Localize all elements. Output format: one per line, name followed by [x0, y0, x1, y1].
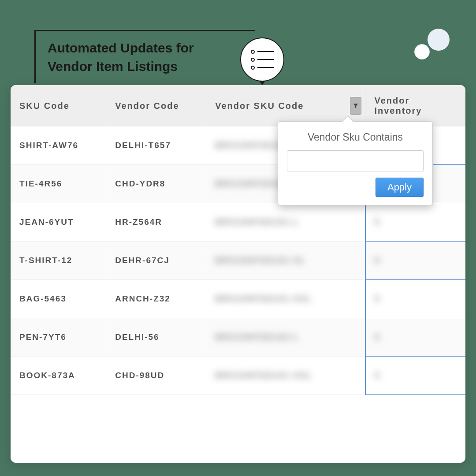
cell-sku: T-SHIRT-12 — [11, 242, 106, 280]
header-inventory[interactable]: Vendor Inventory — [365, 85, 465, 126]
cell-vendor: ARNCH-Z32 — [106, 280, 206, 318]
cell-vendor: DELHI-T657 — [106, 126, 206, 165]
cell-inventory: 5 — [365, 357, 465, 395]
header-vendor-sku[interactable]: Vendor SKU Code — [206, 85, 365, 126]
cell-vendor-sku: BRX10HFSD101-XL — [206, 242, 365, 280]
table-row[interactable]: JEAN-6YUTHR-Z564RBRX10HFSD101-L5 — [11, 203, 465, 242]
cell-vendor: DEHR-67CJ — [106, 242, 206, 280]
cell-vendor: DELHI-56 — [106, 318, 206, 357]
bubble-small — [414, 44, 430, 60]
cell-vendor-sku: BRX10HFSD101-XXL — [206, 280, 365, 318]
filter-input[interactable] — [287, 150, 424, 171]
cell-sku: TIE-4R56 — [11, 165, 106, 203]
filter-button[interactable] — [350, 97, 361, 115]
cell-vendor: CHD-98UD — [106, 357, 206, 395]
table-row[interactable]: T-SHIRT-12DEHR-67CJBRX10HFSD101-XL5 — [11, 242, 465, 280]
bubble-large — [428, 29, 450, 51]
funnel-icon — [353, 103, 359, 109]
table-row[interactable]: BAG-5463ARNCH-Z32BRX10HFSD101-XXL5 — [11, 280, 465, 318]
cell-sku: JEAN-6YUT — [11, 203, 106, 242]
cell-vendor-sku: BRX10HFSD102-L — [206, 318, 365, 357]
cell-inventory: 5 — [365, 242, 465, 280]
list-badge-icon — [240, 37, 284, 82]
filter-popup: Vendor Sku Contains Apply — [278, 121, 433, 205]
table-header-row: SKU Code Vendor Code Vendor SKU Code Ven… — [11, 85, 465, 126]
apply-button[interactable]: Apply — [376, 178, 424, 197]
cell-sku: BOOK-873A — [11, 357, 106, 395]
cell-inventory: 5 — [365, 280, 465, 318]
cell-vendor: HR-Z564R — [106, 203, 206, 242]
popup-arrow — [342, 116, 353, 122]
header-sku[interactable]: SKU Code — [11, 85, 106, 126]
table-row[interactable]: BOOK-873ACHD-98UDBRX10HFSD101-XXL5 — [11, 357, 465, 395]
cell-sku: BAG-5463 — [11, 280, 106, 318]
page-title: Automated Updates for Vendor Item Listin… — [48, 39, 237, 76]
cell-sku: PEN-7YT6 — [11, 318, 106, 357]
header-vendor[interactable]: Vendor Code — [106, 85, 206, 126]
cell-sku: SHIRT-AW76 — [11, 126, 106, 165]
table-row[interactable]: PEN-7YT6DELHI-56BRX10HFSD102-L5 — [11, 318, 465, 357]
filter-label: Vendor Sku Contains — [287, 131, 424, 143]
header-vendor-sku-label: Vendor SKU Code — [215, 101, 304, 111]
cell-inventory: 5 — [365, 318, 465, 357]
cell-vendor: CHD-YDR8 — [106, 165, 206, 203]
cell-inventory: 5 — [365, 203, 465, 242]
cell-vendor-sku: BRX10HFSD101-L — [206, 203, 365, 242]
cell-vendor-sku: BRX10HFSD101-XXL — [206, 357, 365, 395]
